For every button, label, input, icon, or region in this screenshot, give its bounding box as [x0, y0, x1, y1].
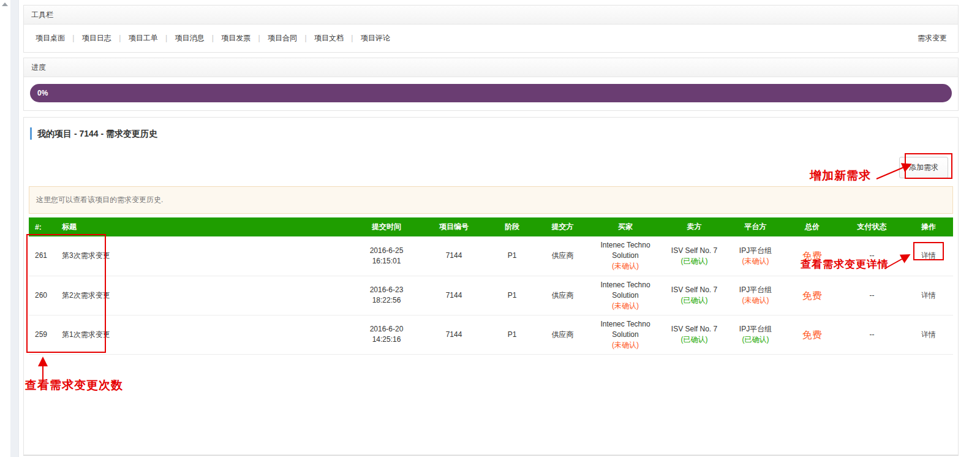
annotation-arrow-to-detail-link	[884, 251, 913, 271]
toolbar-separator: |	[212, 34, 214, 42]
cell-date: 2016-6-23	[353, 285, 420, 295]
toolbar-item-project-invoice[interactable]: 项目发票	[221, 34, 251, 42]
col-header-seller: 卖方	[662, 217, 726, 236]
annotation-arrow-to-add-button	[874, 161, 917, 183]
cell-submit-time: 2016-6-23 18:22:56	[353, 276, 420, 315]
progress-body: 0%	[24, 77, 958, 110]
toolbar-separator: |	[351, 34, 353, 42]
progress-panel-title: 进度	[24, 58, 958, 77]
buyer-status: (未确认)	[589, 261, 662, 271]
col-header-pay-status: 支付状态	[840, 217, 904, 236]
cell-phase: P1	[488, 315, 537, 354]
col-header-action: 操作	[904, 217, 953, 236]
cell-submit-time: 2016-6-25 16:15:01	[353, 236, 420, 276]
toolbar-item-project-message[interactable]: 项目消息	[175, 34, 204, 42]
cell-total-price: 免费	[785, 315, 840, 354]
detail-link[interactable]: 详情	[921, 330, 936, 339]
cell-action: 详情	[904, 315, 953, 354]
cell-time: 18:22:56	[353, 295, 420, 306]
cell-submitter: 供应商	[537, 236, 589, 276]
col-header-project-no: 项目编号	[420, 217, 488, 236]
notice-bar: 这里您可以查看该项目的需求变更历史.	[29, 186, 953, 214]
cell-submit-time: 2016-6-20 14:25:16	[353, 315, 420, 354]
detail-link[interactable]: 详情	[921, 291, 936, 300]
annotation-text-view-count: 查看需求变更次数	[25, 377, 123, 393]
seller-status: (已确认)	[662, 334, 726, 345]
toolbar-separator: |	[258, 34, 260, 42]
seller-status: (已确认)	[662, 295, 726, 306]
seller-status: (已确认)	[662, 256, 726, 266]
platform-status: (未确认)	[726, 256, 785, 266]
cell-buyer: Intenec Techno Solution (未确认)	[589, 276, 662, 315]
table-row: 259 第1次需求变更 2016-6-20 14:25:16 7144 P1 供…	[29, 315, 953, 354]
cell-action: 详情	[904, 276, 953, 315]
toolbar-panel-title: 工具栏	[24, 6, 958, 25]
toolbar-separator: |	[72, 34, 74, 42]
toolbar-item-requirement-change[interactable]: 需求变更	[918, 33, 947, 43]
collapse-toggle-icon[interactable]	[2, 2, 8, 6]
toolbar-item-project-ticket[interactable]: 项目工单	[129, 34, 158, 42]
cell-submitter: 供应商	[537, 276, 589, 315]
requirement-history-panel: 我的项目 - 7144 - 需求变更历史 添加需求 这里您可以查看该项目的需求变…	[23, 117, 959, 455]
cell-project-no: 7144	[420, 236, 488, 276]
cell-buyer: Intenec Techno Solution (未确认)	[589, 315, 662, 354]
cell-platform: IPJ平台组 (已确认)	[726, 315, 785, 354]
col-header-submitter: 提交方	[537, 217, 589, 236]
col-header-submit-time: 提交时间	[353, 217, 420, 236]
cell-pay-status: --	[840, 276, 904, 315]
page-title: 我的项目 - 7144 - 需求变更历史	[30, 127, 958, 140]
annotation-text-add-new: 增加新需求	[810, 168, 871, 184]
cell-seller: ISV Self No. 7 (已确认)	[662, 276, 726, 315]
platform-status: (未确认)	[726, 295, 785, 306]
cell-submitter: 供应商	[537, 315, 589, 354]
requirement-change-table: #: 标题 提交时间 项目编号 阶段 提交方 买家 卖方 平台方 总价 支付状态…	[29, 217, 953, 355]
annotation-box-detail-link	[913, 242, 944, 260]
col-header-total-price: 总价	[785, 217, 840, 236]
toolbar-item-project-contract[interactable]: 项目合同	[268, 34, 297, 42]
toolbar-separator: |	[119, 34, 121, 42]
toolbar-item-project-document[interactable]: 项目文档	[314, 34, 344, 42]
col-header-buyer: 买家	[589, 217, 662, 236]
toolbar-separator: |	[165, 34, 167, 42]
cell-seller: ISV Self No. 7 (已确认)	[662, 315, 726, 354]
annotation-text-view-detail: 查看需求变更详情	[801, 257, 889, 271]
table-header-row: #: 标题 提交时间 项目编号 阶段 提交方 买家 卖方 平台方 总价 支付状态…	[29, 217, 953, 236]
progress-bar: 0%	[30, 84, 952, 102]
progress-panel: 进度 0%	[23, 58, 959, 111]
table-row: 260 第2次需求变更 2016-6-23 18:22:56 7144 P1 供…	[29, 276, 953, 315]
cell-phase: P1	[488, 276, 537, 315]
cell-phase: P1	[488, 236, 537, 276]
cell-total-price: 免费	[785, 276, 840, 315]
cell-buyer: Intenec Techno Solution (未确认)	[589, 236, 662, 276]
annotation-box-id-title-column	[26, 234, 106, 353]
platform-status: (已确认)	[726, 334, 785, 345]
cell-pay-status: --	[840, 315, 904, 354]
left-scrollbar[interactable]	[10, 0, 19, 457]
cell-date: 2016-6-20	[353, 324, 420, 334]
cell-project-no: 7144	[420, 315, 488, 354]
cell-seller: ISV Self No. 7 (已确认)	[662, 236, 726, 276]
toolbar-item-project-log[interactable]: 项目日志	[82, 34, 111, 42]
toolbar-menu: 项目桌面 | 项目日志 | 项目工单 | 项目消息 | 项目发票 | 项目合同 …	[24, 25, 958, 52]
cell-platform: IPJ平台组 (未确认)	[726, 236, 785, 276]
cell-time: 16:15:01	[353, 256, 420, 266]
cell-date: 2016-6-25	[353, 246, 420, 256]
buyer-status: (未确认)	[589, 301, 662, 311]
toolbar-separator: |	[304, 34, 306, 42]
buyer-status: (未确认)	[589, 340, 662, 350]
toolbar-panel: 工具栏 项目桌面 | 项目日志 | 项目工单 | 项目消息 | 项目发票 | 项…	[23, 5, 959, 53]
cell-platform: IPJ平台组 (未确认)	[726, 276, 785, 315]
col-header-phase: 阶段	[488, 217, 537, 236]
col-header-platform: 平台方	[726, 217, 785, 236]
cell-project-no: 7144	[420, 276, 488, 315]
toolbar-item-project-comment[interactable]: 项目评论	[361, 34, 390, 42]
page-content: 工具栏 项目桌面 | 项目日志 | 项目工单 | 项目消息 | 项目发票 | 项…	[23, 5, 959, 455]
cell-time: 14:25:16	[353, 334, 420, 345]
toolbar-item-project-desktop[interactable]: 项目桌面	[36, 34, 65, 42]
